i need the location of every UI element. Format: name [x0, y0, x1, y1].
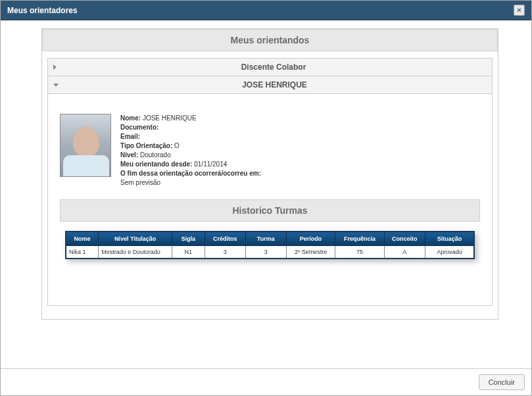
chevron-right-icon	[53, 64, 57, 70]
col-nome: Nome	[66, 232, 99, 246]
dialog-footer: Concluir	[1, 368, 531, 395]
col-frequencia: Frequência	[335, 232, 385, 246]
value: JOSE HENRIQUE	[143, 114, 197, 122]
label: Nível:	[120, 151, 138, 159]
student-photo	[60, 114, 111, 177]
panel-heading-text: Meus orientandos	[231, 35, 310, 45]
accordion-label: Discente Colabor	[60, 62, 487, 72]
label: Email:	[120, 133, 140, 140]
value: O	[174, 142, 180, 149]
cell-creditos: 3	[205, 246, 245, 259]
label: Nome:	[120, 114, 141, 122]
student-detail: Nome: JOSE HENRIQUE Documento: Email: Ti…	[47, 94, 493, 306]
value: Doutorado	[140, 151, 171, 159]
label: Documento:	[120, 124, 158, 131]
cell-frequencia: 75	[335, 246, 385, 259]
history-table: Nome Nível Titulação Sigla Créditos Turm…	[65, 231, 475, 259]
student-info-block: Nome: JOSE HENRIQUE Documento: Email: Ti…	[120, 114, 261, 187]
table-header-row: Nome Nível Titulação Sigla Créditos Turm…	[66, 232, 474, 246]
chevron-down-icon	[53, 84, 59, 87]
col-conceito: Conceito	[384, 232, 425, 246]
dialog-title: Meus orientadores	[7, 6, 78, 15]
accordion-item-expanded[interactable]: JOSE HENRIQUE	[47, 76, 493, 94]
label: O fim dessa orientação ocorrerá/ocorreu …	[120, 170, 261, 177]
panel: Meus orientandos Discente Colabor JOSE H…	[41, 28, 498, 320]
concluir-button[interactable]: Concluir	[479, 374, 525, 390]
cell-turma: 3	[245, 246, 286, 259]
col-creditos: Créditos	[205, 232, 245, 246]
cell-conceito: A	[384, 246, 425, 259]
col-situacao: Situação	[425, 232, 474, 246]
cell-situacao: Aprovado	[425, 246, 474, 259]
table-row: Nika 1 Mestrado e Doutorado N1 3 3 2º Se…	[66, 246, 474, 259]
value: 01/11/2014	[194, 161, 227, 168]
cell-nivel-titulacao: Mestrado e Doutorado	[99, 246, 172, 259]
dialog-body-scroll[interactable]: Meus orientandos Discente Colabor JOSE H…	[1, 20, 531, 368]
cell-periodo: 2º Semestre	[286, 246, 335, 259]
col-sigla: Sigla	[172, 232, 205, 246]
accordion-item-collapsed[interactable]: Discente Colabor	[47, 58, 493, 76]
accordion-label: JOSE HENRIQUE	[62, 80, 487, 89]
history-heading: Historico Turmas	[60, 199, 480, 222]
dialog-titlebar: Meus orientadores ×	[1, 1, 531, 20]
close-icon[interactable]: ×	[514, 5, 525, 16]
col-periodo: Período	[286, 232, 335, 246]
history-heading-text: Historico Turmas	[232, 205, 307, 216]
col-turma: Turma	[245, 232, 286, 246]
dialog-window: Meus orientadores × Meus orientandos Dis…	[0, 0, 532, 396]
panel-heading: Meus orientandos	[42, 29, 498, 51]
label: Tipo Orientação:	[120, 142, 172, 149]
col-nivel-titulacao: Nível Titulação	[99, 232, 172, 246]
history-table-wrap: Nome Nível Titulação Sigla Créditos Turm…	[65, 231, 475, 259]
cell-sigla: N1	[172, 246, 205, 259]
label: Meu orientando desde:	[120, 161, 192, 168]
label: Sem previsão	[120, 179, 160, 186]
cell-nome: Nika 1	[66, 246, 99, 259]
